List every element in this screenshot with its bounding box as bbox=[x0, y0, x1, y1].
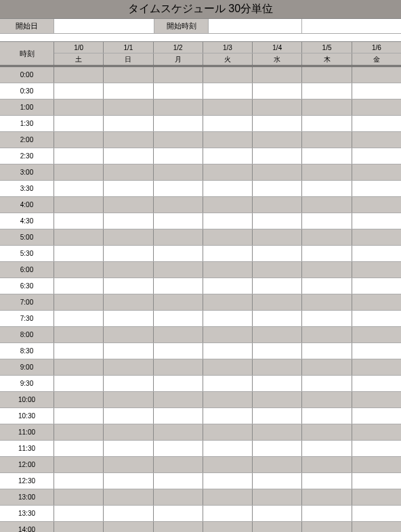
schedule-cell[interactable] bbox=[203, 473, 253, 489]
schedule-cell[interactable] bbox=[253, 441, 302, 456]
schedule-cell[interactable] bbox=[302, 343, 352, 359]
schedule-cell[interactable] bbox=[154, 148, 203, 164]
schedule-cell[interactable] bbox=[104, 522, 153, 532]
schedule-cell[interactable] bbox=[253, 197, 302, 213]
schedule-cell[interactable] bbox=[352, 229, 401, 245]
schedule-cell[interactable] bbox=[352, 83, 401, 99]
schedule-cell[interactable] bbox=[54, 294, 104, 310]
schedule-cell[interactable] bbox=[104, 376, 153, 391]
schedule-cell[interactable] bbox=[203, 116, 253, 131]
schedule-cell[interactable] bbox=[352, 246, 401, 261]
schedule-cell[interactable] bbox=[104, 473, 153, 489]
schedule-cell[interactable] bbox=[253, 506, 302, 521]
schedule-cell[interactable] bbox=[154, 424, 203, 440]
schedule-cell[interactable] bbox=[154, 327, 203, 342]
schedule-cell[interactable] bbox=[154, 132, 203, 148]
schedule-cell[interactable] bbox=[203, 376, 253, 391]
schedule-cell[interactable] bbox=[154, 506, 203, 521]
schedule-cell[interactable] bbox=[253, 67, 302, 83]
schedule-cell[interactable] bbox=[302, 67, 352, 83]
schedule-cell[interactable] bbox=[104, 148, 153, 164]
schedule-cell[interactable] bbox=[302, 83, 352, 99]
schedule-cell[interactable] bbox=[253, 148, 302, 164]
schedule-cell[interactable] bbox=[104, 229, 153, 245]
schedule-cell[interactable] bbox=[302, 278, 352, 294]
schedule-cell[interactable] bbox=[302, 213, 352, 229]
schedule-cell[interactable] bbox=[54, 278, 104, 294]
schedule-cell[interactable] bbox=[302, 99, 352, 115]
schedule-cell[interactable] bbox=[154, 278, 203, 294]
schedule-cell[interactable] bbox=[253, 262, 302, 278]
schedule-cell[interactable] bbox=[302, 294, 352, 310]
schedule-cell[interactable] bbox=[302, 506, 352, 521]
schedule-cell[interactable] bbox=[253, 392, 302, 407]
schedule-cell[interactable] bbox=[302, 457, 352, 472]
schedule-cell[interactable] bbox=[352, 441, 401, 456]
schedule-cell[interactable] bbox=[154, 246, 203, 261]
schedule-cell[interactable] bbox=[54, 229, 104, 245]
schedule-cell[interactable] bbox=[203, 522, 253, 532]
schedule-cell[interactable] bbox=[54, 376, 104, 391]
schedule-cell[interactable] bbox=[54, 181, 104, 196]
schedule-cell[interactable] bbox=[253, 294, 302, 310]
schedule-cell[interactable] bbox=[352, 343, 401, 359]
schedule-cell[interactable] bbox=[54, 148, 104, 164]
schedule-cell[interactable] bbox=[302, 392, 352, 407]
schedule-cell[interactable] bbox=[352, 197, 401, 213]
schedule-cell[interactable] bbox=[253, 327, 302, 342]
schedule-cell[interactable] bbox=[104, 294, 153, 310]
schedule-cell[interactable] bbox=[54, 327, 104, 342]
schedule-cell[interactable] bbox=[253, 408, 302, 424]
schedule-cell[interactable] bbox=[302, 359, 352, 375]
schedule-cell[interactable] bbox=[54, 424, 104, 440]
schedule-cell[interactable] bbox=[203, 506, 253, 521]
schedule-cell[interactable] bbox=[253, 99, 302, 115]
start-time-input[interactable] bbox=[209, 19, 302, 33]
schedule-cell[interactable] bbox=[352, 457, 401, 472]
schedule-cell[interactable] bbox=[302, 489, 352, 505]
schedule-cell[interactable] bbox=[203, 311, 253, 326]
start-date-input[interactable] bbox=[54, 19, 154, 33]
schedule-cell[interactable] bbox=[154, 262, 203, 278]
schedule-cell[interactable] bbox=[54, 99, 104, 115]
schedule-cell[interactable] bbox=[352, 148, 401, 164]
schedule-cell[interactable] bbox=[104, 441, 153, 456]
schedule-cell[interactable] bbox=[154, 457, 203, 472]
schedule-cell[interactable] bbox=[104, 197, 153, 213]
schedule-cell[interactable] bbox=[104, 164, 153, 180]
schedule-cell[interactable] bbox=[302, 441, 352, 456]
schedule-cell[interactable] bbox=[54, 457, 104, 472]
schedule-cell[interactable] bbox=[104, 408, 153, 424]
schedule-cell[interactable] bbox=[104, 116, 153, 131]
schedule-cell[interactable] bbox=[253, 473, 302, 489]
schedule-cell[interactable] bbox=[154, 489, 203, 505]
schedule-cell[interactable] bbox=[352, 424, 401, 440]
schedule-cell[interactable] bbox=[203, 457, 253, 472]
schedule-cell[interactable] bbox=[54, 164, 104, 180]
schedule-cell[interactable] bbox=[203, 148, 253, 164]
schedule-cell[interactable] bbox=[203, 164, 253, 180]
schedule-cell[interactable] bbox=[352, 359, 401, 375]
schedule-cell[interactable] bbox=[154, 197, 203, 213]
schedule-cell[interactable] bbox=[104, 424, 153, 440]
schedule-cell[interactable] bbox=[154, 67, 203, 83]
schedule-cell[interactable] bbox=[154, 473, 203, 489]
schedule-cell[interactable] bbox=[104, 132, 153, 148]
schedule-cell[interactable] bbox=[352, 376, 401, 391]
schedule-cell[interactable] bbox=[253, 376, 302, 391]
schedule-cell[interactable] bbox=[203, 359, 253, 375]
schedule-cell[interactable] bbox=[154, 116, 203, 131]
schedule-cell[interactable] bbox=[203, 327, 253, 342]
schedule-cell[interactable] bbox=[203, 67, 253, 83]
schedule-cell[interactable] bbox=[203, 132, 253, 148]
schedule-cell[interactable] bbox=[203, 181, 253, 196]
schedule-cell[interactable] bbox=[203, 408, 253, 424]
schedule-cell[interactable] bbox=[302, 229, 352, 245]
schedule-cell[interactable] bbox=[203, 99, 253, 115]
schedule-cell[interactable] bbox=[352, 99, 401, 115]
schedule-cell[interactable] bbox=[54, 359, 104, 375]
schedule-cell[interactable] bbox=[352, 327, 401, 342]
schedule-cell[interactable] bbox=[302, 262, 352, 278]
schedule-cell[interactable] bbox=[154, 441, 203, 456]
schedule-cell[interactable] bbox=[253, 278, 302, 294]
